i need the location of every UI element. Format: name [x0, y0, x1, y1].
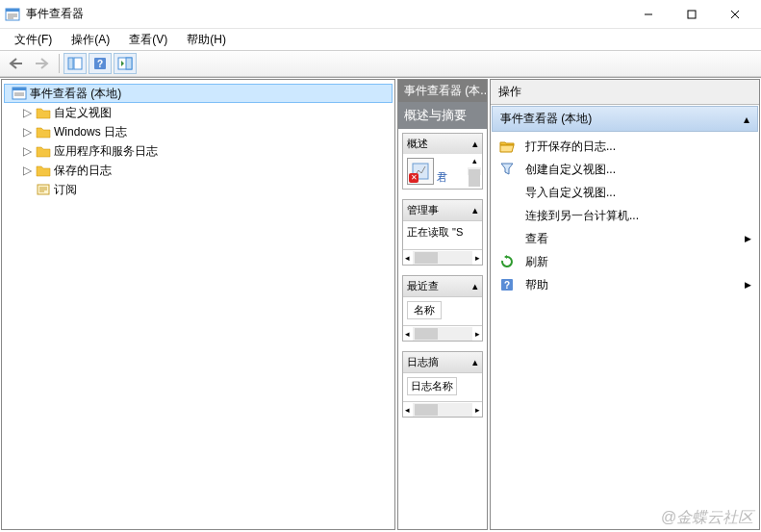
folder-icon	[36, 105, 51, 120]
hscroll[interactable]: ◂▸	[403, 249, 482, 265]
expand-icon[interactable]: ▷	[21, 125, 33, 139]
tree-item-windows-logs[interactable]: ▷ Windows 日志	[4, 122, 393, 141]
recent-views-label: 最近查	[407, 279, 439, 293]
log-summary-group: 日志摘▴ 日志名称 ◂▸	[402, 351, 483, 418]
collapse-icon[interactable]: ▴	[472, 280, 478, 292]
action-refresh[interactable]: 刷新	[495, 250, 755, 273]
action-label: 连接到另一台计算机...	[525, 208, 751, 224]
admin-events-group: 管理事▴ 正在读取 "S ◂▸	[402, 199, 483, 266]
close-button[interactable]	[713, 1, 756, 28]
actions-section-header[interactable]: 事件查看器 (本地) ▴	[492, 106, 758, 132]
folder-icon	[36, 163, 51, 178]
filter-icon	[498, 162, 516, 177]
menu-bar: 文件(F) 操作(A) 查看(V) 帮助(H)	[0, 29, 761, 50]
forward-button[interactable]	[30, 53, 53, 74]
help-button[interactable]: ?	[89, 53, 112, 74]
back-button[interactable]	[5, 53, 28, 74]
main-area: 事件查看器 (本地) ▷ 自定义视图 ▷ Windows 日志 ▷ 应用程序和服…	[0, 77, 761, 531]
svg-rect-1	[6, 9, 19, 12]
window-title: 事件查看器	[26, 6, 626, 22]
title-bar: 事件查看器	[0, 0, 761, 29]
actions-pane: 操作 事件查看器 (本地) ▴ 打开保存的日志... 创建自定义视图... 导入…	[490, 79, 760, 530]
tree-item-label: Windows 日志	[54, 124, 127, 140]
tree-item-label: 应用程序和服务日志	[54, 143, 158, 160]
actions-header: 操作	[491, 80, 759, 105]
expand-icon[interactable]: ▷	[21, 164, 33, 177]
vscroll[interactable]: ▴▾	[467, 154, 482, 189]
svg-rect-10	[74, 58, 82, 69]
app-icon	[5, 7, 20, 22]
show-hide-tree-button[interactable]	[63, 53, 87, 74]
toolbar-separator	[59, 54, 60, 73]
tree-root[interactable]: 事件查看器 (本地)	[4, 84, 393, 103]
action-label: 创建自定义视图...	[525, 162, 751, 178]
log-col: 日志名称	[407, 377, 457, 395]
action-connect-computer[interactable]: 连接到另一台计算机...	[495, 204, 755, 227]
tree-root-label: 事件查看器 (本地)	[30, 86, 121, 102]
hscroll[interactable]: ◂▸	[403, 325, 482, 341]
recent-col: 名称	[407, 301, 442, 319]
action-label: 查看	[525, 231, 745, 247]
collapse-icon[interactable]: ▴	[744, 113, 749, 126]
help-icon: ?	[498, 277, 516, 292]
tree-item-saved-logs[interactable]: ▷ 保存的日志	[4, 161, 393, 180]
event-viewer-icon	[12, 86, 27, 101]
details-header: 事件查看器 (本...	[398, 80, 487, 102]
menu-help[interactable]: 帮助(H)	[177, 30, 236, 50]
submenu-arrow-icon: ▶	[745, 280, 751, 290]
action-label: 帮助	[525, 277, 745, 293]
action-create-custom-view[interactable]: 创建自定义视图...	[495, 158, 755, 181]
menu-view[interactable]: 查看(V)	[119, 30, 177, 50]
details-pane: 事件查看器 (本... 概述与摘要 概述▴ ✕ 君 ▴▾ 管理事▴	[397, 79, 488, 530]
admin-events-body: 正在读取 "S	[403, 220, 482, 249]
recent-views-group: 最近查▴ 名称 ◂▸	[402, 275, 483, 342]
minimize-button[interactable]	[626, 1, 670, 28]
menu-file[interactable]: 文件(F)	[5, 30, 62, 50]
tree-item-subscriptions[interactable]: 订阅	[4, 180, 393, 199]
tree-item-label: 保存的日志	[54, 163, 112, 179]
show-hide-action-button[interactable]	[114, 53, 137, 74]
action-help[interactable]: ? 帮助 ▶	[495, 273, 755, 296]
watermark: @金蝶云社区	[661, 508, 753, 528]
toolbar: ?	[0, 50, 761, 77]
folder-open-icon	[498, 139, 516, 154]
collapse-icon[interactable]: ▴	[472, 204, 478, 216]
overview-label: 概述	[407, 137, 428, 151]
blank-icon	[498, 185, 516, 200]
tree-item-custom-views[interactable]: ▷ 自定义视图	[4, 103, 393, 122]
collapse-icon[interactable]: ▴	[472, 138, 478, 150]
tree-pane: 事件查看器 (本地) ▷ 自定义视图 ▷ Windows 日志 ▷ 应用程序和服…	[1, 79, 395, 530]
overview-image-icon: ✕	[407, 158, 434, 185]
overview-group: 概述▴ ✕ 君 ▴▾	[402, 133, 483, 190]
svg-text:?: ?	[97, 59, 103, 69]
expand-icon[interactable]: ▷	[21, 144, 33, 158]
menu-action[interactable]: 操作(A)	[62, 30, 119, 50]
collapse-icon[interactable]: ▴	[472, 356, 478, 368]
svg-rect-14	[126, 58, 132, 69]
blank-icon	[498, 231, 516, 246]
tree-item-label: 自定义视图	[54, 105, 112, 121]
tree-item-label: 订阅	[54, 182, 77, 198]
tree-item-app-services-logs[interactable]: ▷ 应用程序和服务日志	[4, 141, 393, 161]
log-summary-label: 日志摘	[407, 355, 439, 369]
expand-icon[interactable]: ▷	[21, 106, 33, 119]
maximize-button[interactable]	[670, 1, 713, 28]
action-label: 导入自定义视图...	[525, 185, 751, 201]
hscroll[interactable]: ◂▸	[403, 401, 482, 417]
folder-icon	[36, 143, 51, 159]
svg-rect-9	[68, 58, 73, 69]
action-open-saved-log[interactable]: 打开保存的日志...	[495, 135, 755, 158]
svg-rect-17	[13, 88, 26, 90]
svg-text:?: ?	[504, 280, 510, 291]
refresh-icon	[498, 254, 516, 269]
details-subheader: 概述与摘要	[398, 102, 487, 129]
svg-rect-6	[688, 11, 696, 18]
action-label: 打开保存的日志...	[525, 139, 751, 155]
blank-icon	[498, 208, 516, 223]
folder-icon	[36, 124, 51, 139]
action-view[interactable]: 查看 ▶	[495, 227, 755, 250]
action-import-custom-view[interactable]: 导入自定义视图...	[495, 181, 755, 204]
submenu-arrow-icon: ▶	[745, 234, 751, 243]
subscription-icon	[36, 182, 51, 197]
actions-section-label: 事件查看器 (本地)	[500, 111, 592, 127]
